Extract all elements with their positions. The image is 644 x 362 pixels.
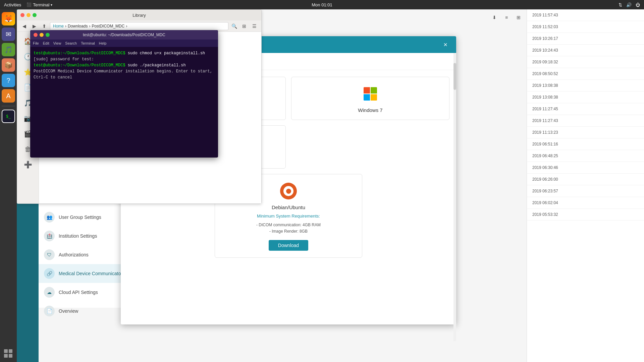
timestamp-row[interactable]: 2019 06:23:57 <box>527 185 644 197</box>
dock-firefox[interactable]: 🦊 <box>2 12 15 25</box>
cloud-api-label: Cloud API Settings <box>59 290 98 295</box>
fm-title: Library <box>132 13 146 18</box>
dock-apps-grid[interactable] <box>4 349 13 358</box>
user-group-label: User Group Settings <box>59 215 101 220</box>
terminal-window-controls[interactable] <box>34 33 50 37</box>
fm-back-btn[interactable]: ◀ <box>20 22 29 31</box>
timestamp-row[interactable]: 2019 11:27:43 <box>527 115 644 127</box>
os-dialog-close-btn[interactable]: × <box>441 41 449 49</box>
terminal-menu-terminal[interactable]: Terminal <box>81 41 95 45</box>
fm-titlebar: Library <box>17 10 261 20</box>
timestamps-panel: 2019 11:57:43 2019 11:52:03 2019 10:26:1… <box>527 9 644 362</box>
timestamp-row[interactable]: 2019 06:26:00 <box>527 174 644 185</box>
windows7-label: Windows 7 <box>358 107 382 113</box>
ubuntu-icon-container <box>278 181 299 201</box>
timestamp-row[interactable]: 2019 09:18:32 <box>527 56 644 68</box>
ubuntu-label: Debian/Ubuntu <box>272 204 305 210</box>
ubuntu-download-btn[interactable]: Download <box>269 240 308 251</box>
fm-forward-btn[interactable]: ▶ <box>30 22 39 31</box>
overview-label: Overview <box>59 308 78 314</box>
cloud-api-icon: ☁ <box>44 287 55 298</box>
fm-close-btn[interactable] <box>20 13 24 17</box>
fm-breadcrumb[interactable]: Home › Downloads › PostDICOM_MDC › <box>50 22 228 30</box>
system-bar: Activities ⬛ Terminal ▾ Mon 01:01 ⇅ 🔊 ⏻ <box>0 0 644 9</box>
authorizations-label: Authorizations <box>59 252 89 257</box>
overview-icon: 📄 <box>44 306 55 316</box>
institution-label: Institution Settings <box>59 233 97 239</box>
terminal-cmd-2: sudo ./packageinstall.sh <box>128 63 186 68</box>
dialog-scrollbar-track[interactable] <box>453 53 456 341</box>
terminal-cmd-1: sudo chmod u+x packageinstall.sh <box>128 51 205 56</box>
fm-min-btn[interactable] <box>26 13 31 17</box>
timestamp-row[interactable]: 2019 11:57:43 <box>527 9 644 21</box>
system-bar-clock: Mon 01:01 <box>312 2 332 7</box>
terminal-min-btn[interactable] <box>40 33 44 37</box>
os-card-windows7[interactable]: Windows 7 <box>291 77 449 120</box>
terminal-menu-label[interactable]: ⬛ Terminal ▾ <box>26 2 52 7</box>
breadcrumb-home[interactable]: Home <box>53 24 64 28</box>
timestamp-row[interactable]: 2019 06:48:25 <box>527 150 644 162</box>
timestamp-row[interactable]: 2019 11:27:45 <box>527 103 644 115</box>
terminal-prompt-2: test@ubuntu:~/Downloads/PostDICOM_MDC$ <box>34 63 125 68</box>
terminal-prompt-1: test@ubuntu:~/Downloads/PostDICOM_MDC$ <box>34 51 125 56</box>
breadcrumb-postdicom[interactable]: PostDICOM_MDC <box>92 24 124 28</box>
fm-menu-btn[interactable]: ☰ <box>250 22 259 31</box>
dock-amazon[interactable]: A <box>2 89 15 103</box>
timestamp-row[interactable]: 2019 06:51:16 <box>527 138 644 150</box>
ubuntu-logo-icon <box>280 183 297 199</box>
terminal-output-1: [sudo] password for test: <box>34 57 94 62</box>
dock-divider <box>2 106 15 106</box>
system-bar-left: Activities ⬛ Terminal ▾ <box>4 2 52 7</box>
terminal-window: test@ubuntu: ~/Downloads/PostDICOM_MDC F… <box>30 30 218 158</box>
windows7-icon <box>360 84 380 104</box>
sound-icon: 🔊 <box>626 2 632 7</box>
desktop: Activities ⬛ Terminal ▾ Mon 01:01 ⇅ 🔊 ⏻ … <box>0 0 644 362</box>
app-expand-icon[interactable]: ⊞ <box>514 13 523 22</box>
user-group-icon: 👥 <box>44 212 55 223</box>
timestamp-row[interactable]: 2019 11:52:03 <box>527 21 644 33</box>
terminal-menu-view[interactable]: View <box>53 41 61 45</box>
dock-terminal[interactable]: $_ <box>2 110 15 123</box>
app-download-icon[interactable]: ⬇ <box>490 13 499 22</box>
dock-help[interactable]: ? <box>2 74 15 87</box>
terminal-titlebar: test@ubuntu: ~/Downloads/PostDICOM_MDC <box>30 30 218 40</box>
terminal-menu-file[interactable]: File <box>33 41 39 45</box>
activities-label[interactable]: Activities <box>4 2 21 7</box>
dock-email[interactable]: ✉ <box>2 27 15 41</box>
timestamp-row[interactable]: 2019 06:02:04 <box>527 197 644 209</box>
dock-app1[interactable]: 📦 <box>2 58 15 72</box>
breadcrumb-downloads[interactable]: Downloads <box>68 24 88 28</box>
timestamp-row[interactable]: 2019 10:24:43 <box>527 45 644 56</box>
terminal-menu-edit[interactable]: Edit <box>43 41 49 45</box>
authorizations-icon: 🛡 <box>44 249 55 260</box>
ubuntu-requirements: - DICOM communication: 4GB RAM- Image Re… <box>256 222 321 235</box>
dock-music[interactable]: 🎵 <box>2 43 15 56</box>
terminal-menu-help[interactable]: Help <box>99 41 107 45</box>
terminal-close-btn[interactable] <box>34 33 38 37</box>
fm-max-btn[interactable] <box>33 13 37 17</box>
network-icon: ⇅ <box>619 2 622 7</box>
fm-window-controls[interactable] <box>20 13 37 17</box>
fm-search-btn[interactable]: 🔍 <box>230 22 238 31</box>
fm-up-btn[interactable]: ⬆ <box>40 22 49 31</box>
dock: 🦊 ✉ 🎵 📦 ? A $_ <box>0 9 17 362</box>
dialog-scrollbar-thumb[interactable] <box>453 63 456 90</box>
app-list-icon[interactable]: ≡ <box>502 13 511 22</box>
timestamp-row[interactable]: 2019 05:53:32 <box>527 209 644 221</box>
terminal-line-3: test@ubuntu:~/Downloads/PostDICOM_MDC$ s… <box>34 62 215 68</box>
timestamp-row[interactable]: 2019 11:13:23 <box>527 127 644 138</box>
terminal-body[interactable]: test@ubuntu:~/Downloads/PostDICOM_MDC$ s… <box>30 47 218 158</box>
timestamp-row[interactable]: 2019 13:08:38 <box>527 92 644 103</box>
timestamp-row[interactable]: 2019 10:26:17 <box>527 33 644 45</box>
institution-icon: 🏥 <box>44 231 55 241</box>
timestamp-row[interactable]: 2019 06:30:46 <box>527 162 644 174</box>
terminal-menu-search[interactable]: Search <box>65 41 77 45</box>
timestamp-row[interactable]: 2019 08:50:52 <box>527 68 644 80</box>
fm-view-btn[interactable]: ⊞ <box>240 22 249 31</box>
terminal-line-2: [sudo] password for test: <box>34 56 215 62</box>
terminal-line-1: test@ubuntu:~/Downloads/PostDICOM_MDC$ s… <box>34 50 215 56</box>
fm-add-icon[interactable]: ➕ <box>21 158 35 171</box>
terminal-max-btn[interactable] <box>46 33 50 37</box>
timestamp-row[interactable]: 2019 13:08:38 <box>527 80 644 92</box>
terminal-line-4: PostDICOM Medical Device Communicator in… <box>34 68 215 80</box>
